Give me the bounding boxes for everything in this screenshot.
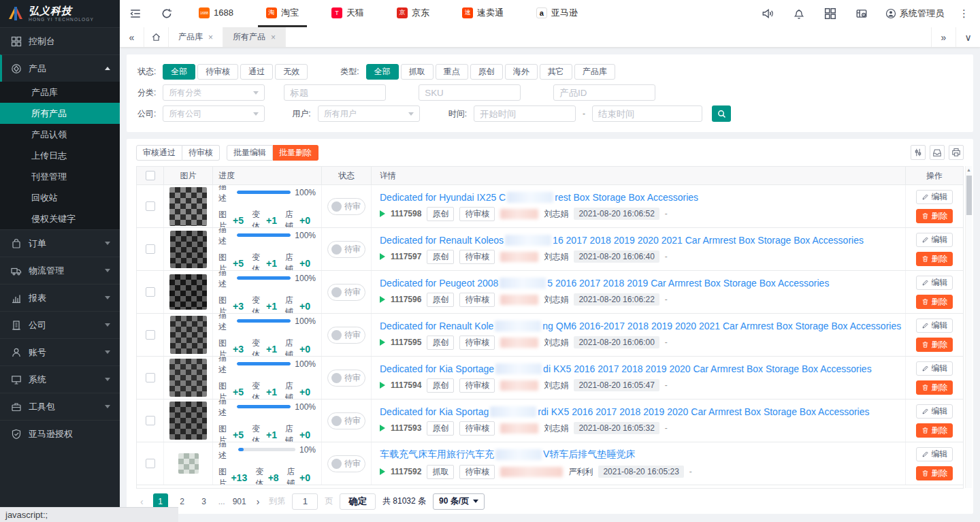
tabs-scroll-left-button[interactable]: « xyxy=(120,27,144,47)
delete-button[interactable]: 删除 xyxy=(916,338,953,352)
marketplace-tab-amazon[interactable]: a 亚马逊 xyxy=(528,0,586,27)
status-option-pending[interactable]: 待审核 xyxy=(197,64,238,80)
sidebar-item-toolkit[interactable]: 工具包 xyxy=(0,393,120,420)
delete-button[interactable]: 删除 xyxy=(916,466,953,480)
delete-button[interactable]: 删除 xyxy=(916,252,953,266)
row-checkbox[interactable] xyxy=(146,459,155,468)
type-option-scrape[interactable]: 抓取 xyxy=(401,64,434,80)
sidebar-item-product-claim[interactable]: 产品认领 xyxy=(0,124,120,145)
edit-button[interactable]: 编辑 xyxy=(916,319,953,333)
refresh-button[interactable] xyxy=(151,0,182,27)
tab-all-products[interactable]: 所有产品 × xyxy=(223,27,286,47)
sidebar-item-infringement-keywords[interactable]: 侵权关键字 xyxy=(0,208,120,229)
type-option-original[interactable]: 原创 xyxy=(470,64,503,80)
sidebar-item-dashboard[interactable]: 控制台 xyxy=(0,27,120,54)
row-checkbox[interactable] xyxy=(146,416,155,425)
scroll-up-arrow[interactable]: ▲ xyxy=(966,166,972,174)
scrollbar-thumb[interactable] xyxy=(966,176,972,215)
company-select[interactable]: 所有公司 xyxy=(163,105,265,122)
product-title-link[interactable]: Dedicated for Kia Sportagrdi KX5 2016 20… xyxy=(380,406,870,417)
row-checkbox[interactable] xyxy=(146,244,155,254)
tabs-collapse-button[interactable]: ∨ xyxy=(956,27,980,47)
product-thumbnail[interactable] xyxy=(169,402,207,440)
play-icon[interactable] xyxy=(380,339,385,346)
product-thumbnail[interactable] xyxy=(178,453,199,474)
user-menu[interactable]: 系统管理员 xyxy=(877,7,952,20)
delete-button[interactable]: 删除 xyxy=(916,295,953,309)
sku-input[interactable] xyxy=(419,84,521,101)
start-time-input[interactable] xyxy=(474,105,576,122)
goto-confirm-button[interactable]: 确定 xyxy=(340,493,376,510)
play-icon[interactable] xyxy=(380,468,385,475)
close-icon[interactable]: × xyxy=(208,33,213,42)
sidebar-item-listing-management[interactable]: 刊登管理 xyxy=(0,166,120,187)
row-checkbox[interactable] xyxy=(146,373,155,382)
type-option-key[interactable]: 重点 xyxy=(436,64,468,80)
edit-button[interactable]: 编辑 xyxy=(916,447,953,461)
approve-button[interactable]: 审核通过 xyxy=(136,145,182,161)
batch-delete-button[interactable]: 批量删除 xyxy=(273,145,318,161)
sidebar-item-amazon-auth[interactable]: 亚马逊授权 xyxy=(0,420,120,447)
play-icon[interactable] xyxy=(380,382,385,389)
product-id-input[interactable] xyxy=(553,84,655,101)
tab-product-library[interactable]: 产品库 × xyxy=(169,27,223,47)
sidebar-item-all-products[interactable]: 所有产品 xyxy=(0,103,120,124)
sidebar-item-system[interactable]: 系统 xyxy=(0,365,120,393)
product-thumbnail[interactable] xyxy=(169,274,207,310)
prev-page-button[interactable]: ‹ xyxy=(137,496,146,507)
sidebar-item-recycle-bin[interactable]: 回收站 xyxy=(0,187,120,208)
marketplace-tab-tmall[interactable]: T 天猫 xyxy=(323,0,372,27)
sidebar-item-orders[interactable]: 订单 xyxy=(0,229,120,257)
search-button[interactable] xyxy=(712,105,731,122)
user-select[interactable]: 所有用户 xyxy=(318,105,420,122)
edit-button[interactable]: 编辑 xyxy=(916,276,953,290)
export-button[interactable] xyxy=(930,145,945,160)
product-title-link[interactable]: Dedicated for Hyundai IX25 Crest Box Sto… xyxy=(380,192,698,203)
print-button[interactable] xyxy=(949,145,964,160)
row-checkbox[interactable] xyxy=(146,287,155,297)
product-title-link[interactable]: Dedicated for Peugeot 20085 2016 2017 20… xyxy=(380,278,829,289)
play-icon[interactable] xyxy=(380,425,385,431)
close-icon[interactable]: × xyxy=(271,33,276,42)
status-option-all[interactable]: 全部 xyxy=(163,64,195,80)
sidebar-item-company[interactable]: 公司 xyxy=(0,311,120,338)
product-title-link[interactable]: Dedicated for Renault Koleos16 2017 2018… xyxy=(380,235,864,246)
product-thumbnail[interactable] xyxy=(169,359,207,397)
sidebar-item-logistics[interactable]: 物流管理 xyxy=(0,257,120,284)
per-page-select[interactable]: 90 条/页 xyxy=(433,493,485,510)
marketplace-tab-1688[interactable]: 1688 1688 xyxy=(191,0,242,27)
edit-button[interactable]: 编辑 xyxy=(916,361,953,376)
announcement-button[interactable] xyxy=(752,0,783,27)
row-checkbox[interactable] xyxy=(146,201,155,211)
sidebar-item-upload-log[interactable]: 上传日志 xyxy=(0,145,120,166)
set-pending-button[interactable]: 待审核 xyxy=(182,145,220,161)
delete-button[interactable]: 删除 xyxy=(916,209,953,223)
coupon-button[interactable] xyxy=(846,0,877,27)
delete-button[interactable]: 删除 xyxy=(916,380,953,395)
marketplace-tab-taobao[interactable]: 淘 淘宝 xyxy=(258,0,307,27)
type-option-all[interactable]: 全部 xyxy=(366,64,399,80)
status-option-invalid[interactable]: 无效 xyxy=(275,64,308,80)
edit-button[interactable]: 编辑 xyxy=(916,233,953,247)
select-all-checkbox[interactable] xyxy=(146,171,155,180)
sidebar-item-reports[interactable]: 报表 xyxy=(0,284,120,311)
next-page-button[interactable]: › xyxy=(254,496,263,507)
product-thumbnail[interactable] xyxy=(170,231,207,268)
play-icon[interactable] xyxy=(380,253,385,260)
home-tab-button[interactable] xyxy=(144,27,169,47)
goto-page-input[interactable] xyxy=(292,493,318,510)
apps-button[interactable] xyxy=(815,0,846,27)
sidebar-item-product[interactable]: 产品 xyxy=(0,54,120,82)
table-scrollbar[interactable]: ▲ xyxy=(965,166,972,488)
row-checkbox[interactable] xyxy=(146,330,155,340)
edit-button[interactable]: 编辑 xyxy=(916,404,953,419)
product-title-link[interactable]: 车载充气床车用旅行汽车充V轿车后排气垫睡觉床 xyxy=(380,448,635,461)
product-title-link[interactable]: Dedicated for Kia Sportagedi KX5 2016 20… xyxy=(380,363,872,374)
type-option-other[interactable]: 其它 xyxy=(540,64,572,80)
type-option-library[interactable]: 产品库 xyxy=(574,64,615,80)
page-button-last[interactable]: 901 xyxy=(232,493,247,509)
sidebar-collapse-button[interactable] xyxy=(120,0,151,27)
sidebar-item-product-library[interactable]: 产品库 xyxy=(0,82,120,103)
more-menu-button[interactable]: ⋮ xyxy=(952,7,980,20)
type-option-overseas[interactable]: 海外 xyxy=(505,64,538,80)
